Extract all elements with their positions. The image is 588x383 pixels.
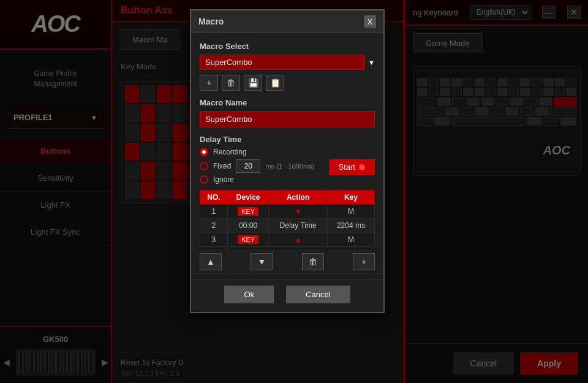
delete-row-button[interactable]: 🗑 bbox=[302, 253, 324, 270]
record-indicator bbox=[359, 164, 365, 170]
macro-table: NO. Device Action Key 1KEY▼M200:00Delay … bbox=[200, 190, 375, 247]
ms-label: ms (1 - 1000ms) bbox=[265, 162, 314, 170]
modal-title: Macro bbox=[198, 17, 224, 26]
table-row[interactable]: 200:00Delay Time2204 ms bbox=[200, 219, 375, 233]
cell-action: Delay Time bbox=[269, 219, 327, 233]
cell-device: KEY bbox=[227, 205, 269, 219]
ignore-radio-row: Ignore bbox=[200, 175, 375, 184]
recording-radio[interactable] bbox=[200, 148, 208, 156]
fixed-radio-row: Fixed ms (1 - 1000ms) bbox=[200, 159, 314, 173]
macro-modal: Macro X Macro Select SuperCombo ▼ + 🗑 💾 … bbox=[190, 9, 385, 313]
col-action: Action bbox=[269, 191, 327, 205]
col-no: NO. bbox=[200, 191, 228, 205]
modal-body: Macro Select SuperCombo ▼ + 🗑 💾 📋 Macro … bbox=[191, 33, 383, 279]
cell-no: 3 bbox=[200, 233, 228, 247]
ok-button[interactable]: Ok bbox=[224, 286, 274, 303]
copy-macro-button[interactable]: 📋 bbox=[266, 75, 284, 91]
delay-time-label: Delay Time bbox=[200, 135, 375, 144]
add-row-button[interactable]: + bbox=[353, 253, 375, 270]
delay-section: Delay Time Recording Fixed ms (1 - 1000m… bbox=[200, 135, 375, 184]
cell-no: 1 bbox=[200, 205, 228, 219]
cell-action: ▲ bbox=[269, 233, 327, 247]
macro-name-label: Macro Name bbox=[200, 98, 375, 107]
macro-select-label: Macro Select bbox=[200, 42, 375, 51]
fixed-label: Fixed bbox=[213, 162, 231, 170]
add-macro-button[interactable]: + bbox=[200, 75, 218, 91]
cell-key: M bbox=[327, 233, 374, 247]
cell-device: KEY bbox=[227, 233, 269, 247]
macro-name-input[interactable] bbox=[200, 111, 375, 127]
modal-footer: Ok Cancel bbox=[191, 279, 383, 312]
cell-key: M bbox=[327, 205, 374, 219]
delete-macro-button[interactable]: 🗑 bbox=[222, 75, 240, 91]
modal-titlebar: Macro X bbox=[191, 10, 383, 33]
cell-no: 2 bbox=[200, 219, 228, 233]
table-row[interactable]: 3KEY▲M bbox=[200, 233, 375, 247]
recording-label: Recording bbox=[213, 148, 247, 156]
table-row[interactable]: 1KEY▼M bbox=[200, 205, 375, 219]
table-bottom-buttons: ▲ ▼ 🗑 + bbox=[200, 253, 375, 270]
col-key: Key bbox=[327, 191, 374, 205]
ignore-radio[interactable] bbox=[200, 175, 208, 184]
save-macro-button[interactable]: 💾 bbox=[244, 75, 262, 91]
select-arrow-icon: ▼ bbox=[368, 59, 375, 66]
cell-key: 2204 ms bbox=[327, 219, 374, 233]
recording-radio-row: Recording bbox=[200, 148, 375, 156]
modal-close-button[interactable]: X bbox=[364, 15, 376, 28]
cancel-modal-button[interactable]: Cancel bbox=[286, 286, 350, 303]
fixed-radio[interactable] bbox=[200, 162, 208, 170]
cell-device: 00:00 bbox=[227, 219, 269, 233]
col-device: Device bbox=[227, 191, 269, 205]
ignore-label: Ignore bbox=[213, 175, 234, 184]
macro-select-dropdown[interactable]: SuperCombo bbox=[200, 55, 364, 70]
fixed-value-input[interactable] bbox=[236, 159, 260, 173]
start-button[interactable]: Start bbox=[329, 159, 375, 175]
move-down-button[interactable]: ▼ bbox=[251, 253, 273, 270]
move-up-button[interactable]: ▲ bbox=[200, 253, 222, 270]
cell-action: ▼ bbox=[269, 205, 327, 219]
macro-select-row: SuperCombo ▼ bbox=[200, 55, 375, 70]
macro-icon-buttons: + 🗑 💾 📋 bbox=[200, 75, 375, 91]
